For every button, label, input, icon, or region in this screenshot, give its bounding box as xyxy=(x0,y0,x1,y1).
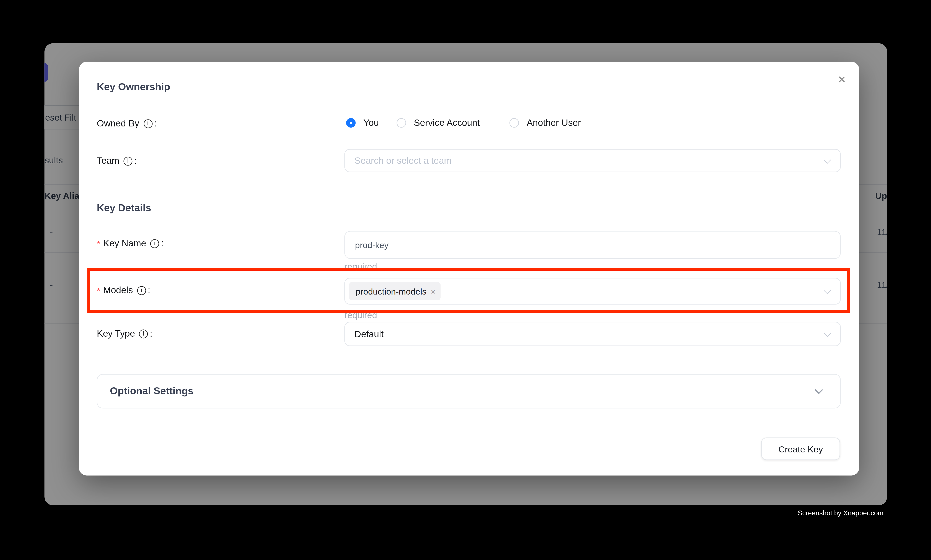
radio-label-service-account[interactable]: Service Account xyxy=(414,118,480,128)
key-name-label: * Key Name i : xyxy=(97,238,163,249)
team-label-text: Team xyxy=(97,155,119,166)
team-label: Team i : xyxy=(97,155,137,166)
create-key-button[interactable]: Create Key xyxy=(761,437,840,460)
owned-by-label: Owned By i : xyxy=(97,118,157,129)
radio-1[interactable] xyxy=(397,118,406,128)
owned-by-label-text: Owned By xyxy=(97,118,139,129)
key-name-value: prod-key xyxy=(355,240,388,250)
close-icon[interactable]: ✕ xyxy=(838,75,846,85)
annotation-rectangle xyxy=(87,268,849,313)
info-icon[interactable]: i xyxy=(139,329,148,338)
radio-0[interactable] xyxy=(346,118,356,128)
key-type-label-text: Key Type xyxy=(97,328,135,339)
radio-2[interactable] xyxy=(509,118,519,128)
info-icon[interactable]: i xyxy=(143,119,152,128)
team-select[interactable]: Search or select a team xyxy=(345,149,841,172)
key-type-select[interactable]: Default xyxy=(345,322,841,346)
chevron-down-icon xyxy=(823,329,831,337)
section-title-key-details: Key Details xyxy=(97,202,151,214)
colon: : xyxy=(134,155,137,166)
info-icon[interactable]: i xyxy=(123,156,132,165)
key-name-label-text: Key Name xyxy=(103,238,146,249)
optional-settings-title: Optional Settings xyxy=(110,385,193,397)
key-name-input[interactable]: prod-key xyxy=(345,231,841,259)
optional-settings-expander[interactable]: Optional Settings xyxy=(97,374,841,408)
colon: : xyxy=(154,118,157,129)
watermark-text: Screenshot by Xnapper.com xyxy=(798,509,883,517)
key-type-value: Default xyxy=(354,329,383,339)
screenshot-stage: eset Filt sults Key Alia Up - 11/ - 11/ … xyxy=(0,0,931,560)
radio-label-you[interactable]: You xyxy=(363,118,379,128)
section-title-key-ownership: Key Ownership xyxy=(97,82,170,93)
chevron-down-icon xyxy=(823,156,831,163)
radio-label-another-user[interactable]: Another User xyxy=(527,118,581,128)
chevron-down-icon xyxy=(814,386,823,394)
team-select-placeholder: Search or select a team xyxy=(354,155,452,166)
info-icon[interactable]: i xyxy=(150,239,159,248)
colon: : xyxy=(161,238,163,249)
colon: : xyxy=(150,328,152,339)
required-asterisk: * xyxy=(97,238,100,249)
key-type-label: Key Type i : xyxy=(97,328,152,339)
